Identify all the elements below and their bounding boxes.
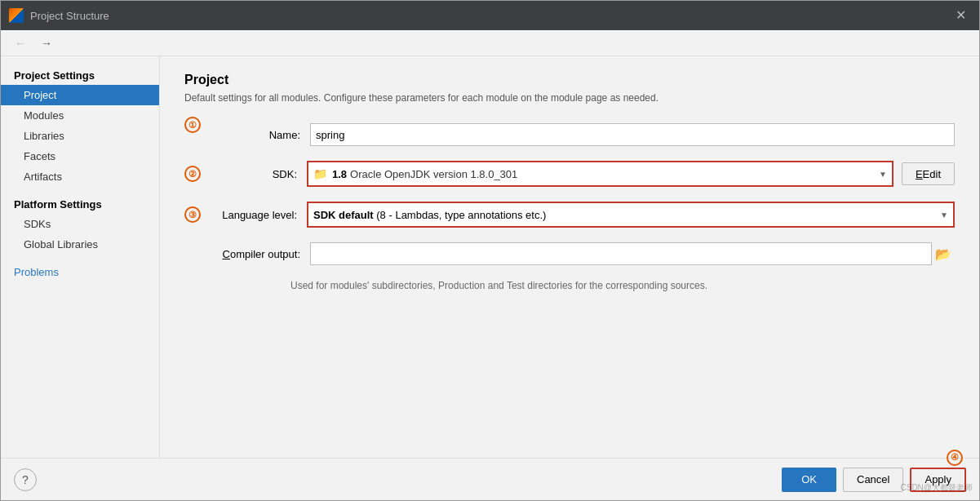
sidebar-item-libraries[interactable]: Libraries: [1, 126, 159, 146]
help-button[interactable]: ?: [14, 468, 37, 491]
sdk-edit-button[interactable]: EEdit: [902, 162, 955, 185]
project-settings-section: Project Settings: [1, 64, 159, 85]
name-row: Name:: [204, 123, 955, 146]
circle-4: ④: [947, 450, 963, 466]
sidebar-item-global-libraries[interactable]: Global Libraries: [1, 234, 159, 255]
main-content: Project Settings Project Modules Librari…: [1, 56, 979, 458]
close-button[interactable]: ✕: [951, 7, 971, 24]
compiler-input[interactable]: [310, 242, 932, 265]
compiler-browse-button[interactable]: 📂: [932, 245, 955, 264]
compiler-row: Compiler output: 📂: [204, 242, 955, 265]
project-structure-dialog: Project Structure ✕ ← → Project Settings…: [0, 0, 980, 501]
ok-button[interactable]: OK: [782, 468, 836, 492]
circle-3: ③: [184, 206, 201, 223]
sidebar-item-artifacts[interactable]: Artifacts: [1, 166, 159, 187]
footer: ? OK Cancel ④ Apply: [1, 458, 979, 500]
folder-icon: 📂: [935, 247, 951, 261]
apply-button[interactable]: Apply: [910, 468, 966, 492]
language-row: ③ Language level: SDK default (8 - Lambd…: [204, 202, 955, 228]
platform-settings-section: Platform Settings: [1, 193, 159, 214]
footer-buttons: OK Cancel ④ Apply: [782, 468, 966, 492]
back-button[interactable]: ←: [9, 34, 32, 52]
app-icon: [9, 8, 24, 23]
content-area: Project Default settings for all modules…: [160, 56, 979, 458]
help-icon: ?: [22, 473, 29, 486]
sidebar-item-project[interactable]: Project: [1, 85, 159, 105]
sidebar-item-problems[interactable]: Problems: [1, 261, 159, 283]
section-description: Default settings for all modules. Config…: [184, 92, 955, 104]
forward-button[interactable]: →: [35, 34, 58, 52]
sdk-select-wrapper: 📁 1.8 Oracle OpenJDK version 1.8.0_301 ▼…: [307, 161, 894, 187]
dialog-title: Project Structure: [30, 10, 944, 22]
name-label: Name:: [204, 129, 310, 141]
name-input[interactable]: [310, 123, 955, 146]
sidebar-item-facets[interactable]: Facets: [1, 146, 159, 166]
sdk-row: ② SDK: 📁 1.8 Oracle OpenJDK version 1.8.…: [204, 161, 955, 187]
sidebar: Project Settings Project Modules Librari…: [1, 56, 160, 458]
sdk-label: SDK:: [220, 168, 307, 180]
sidebar-item-modules[interactable]: Modules: [1, 105, 159, 126]
title-bar: Project Structure ✕: [1, 1, 979, 30]
section-title: Project: [184, 73, 955, 87]
circle-2: ②: [184, 166, 201, 182]
sidebar-divider: [1, 187, 159, 193]
language-label: Language level:: [220, 209, 307, 221]
toolbar: ← →: [1, 30, 979, 56]
compiler-label: Compiler output:: [204, 248, 310, 260]
circle-1: ①: [184, 117, 201, 133]
compiler-hint: Used for modules' subdirectories, Produc…: [290, 280, 955, 291]
sidebar-item-sdks[interactable]: SDKs: [1, 214, 159, 234]
language-select-wrapper: SDK default (8 - Lambdas, type annotatio…: [307, 202, 955, 228]
cancel-button[interactable]: Cancel: [843, 468, 903, 492]
